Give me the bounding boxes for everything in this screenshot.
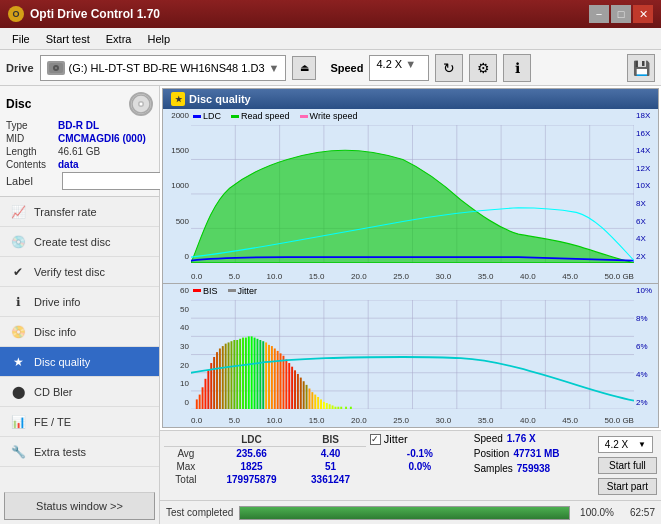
menu-help[interactable]: Help xyxy=(139,31,178,47)
speed-row-label: Speed xyxy=(474,433,503,444)
svg-rect-54 xyxy=(245,337,247,409)
read-speed-dot xyxy=(231,115,239,118)
total-bis: 3361247 xyxy=(295,473,366,486)
col-header-empty xyxy=(164,433,208,447)
nav-transfer-rate[interactable]: 📈 Transfer rate xyxy=(0,197,159,227)
drive-selector[interactable]: (G:) HL-DT-ST BD-RE WH16NS48 1.D3 ▼ xyxy=(40,55,287,81)
mid-label: MID xyxy=(6,133,58,144)
svg-rect-82 xyxy=(326,403,328,409)
nav-drive-info[interactable]: ℹ Drive info xyxy=(0,287,159,317)
top-chart-plot xyxy=(191,125,634,263)
refresh-button[interactable]: ↻ xyxy=(435,54,463,82)
bottom-chart-x-axis: 0.0 5.0 10.0 15.0 20.0 25.0 30.0 35.0 40… xyxy=(191,416,634,425)
start-full-button[interactable]: Start full xyxy=(598,457,657,474)
disc-panel: Disc Type BD-R DL MID CMCMAGDI6 (000) Le… xyxy=(0,86,159,197)
jitter-max-val: 0.0% xyxy=(370,460,470,473)
start-part-button[interactable]: Start part xyxy=(598,478,657,495)
svg-rect-85 xyxy=(334,407,336,409)
contents-value: data xyxy=(58,159,79,170)
save-button[interactable]: 💾 xyxy=(627,54,655,82)
jitter-col: ✓ Jitter -0.1% 0.0% xyxy=(370,433,470,498)
nav-create-test-disc[interactable]: 💿 Create test disc xyxy=(0,227,159,257)
nav-verify-test-disc[interactable]: ✔ Verify test disc xyxy=(0,257,159,287)
col-header-ldc: LDC xyxy=(208,433,295,447)
disc-label-label: Label xyxy=(6,175,58,187)
speed-label: Speed xyxy=(330,62,363,74)
write-speed-dot xyxy=(300,115,308,118)
maximize-button[interactable]: □ xyxy=(611,5,631,23)
menu-extra[interactable]: Extra xyxy=(98,31,140,47)
charts-wrapper: LDC Read speed Write speed 2000 xyxy=(163,109,658,427)
cd-bler-icon: ⬤ xyxy=(10,384,26,400)
svg-rect-52 xyxy=(239,339,241,409)
status-window-button[interactable]: Status window >> xyxy=(4,492,155,520)
bottom-chart: BIS Jitter 60 50 40 30 20 xyxy=(163,284,658,427)
total-label: Total xyxy=(164,473,208,486)
nav-transfer-rate-label: Transfer rate xyxy=(34,206,97,218)
disc-info-icon: 📀 xyxy=(10,324,26,340)
stats-table-container: LDC BIS Avg 235.66 4.40 Max 1825 xyxy=(164,433,366,498)
nav-disc-quality[interactable]: ★ Disc quality xyxy=(0,347,159,377)
svg-rect-63 xyxy=(271,346,273,409)
svg-rect-79 xyxy=(317,397,319,409)
svg-rect-71 xyxy=(294,370,296,409)
chart-header-icon: ★ xyxy=(171,92,185,106)
svg-rect-65 xyxy=(277,351,279,409)
stats-row-max: Max 1825 51 xyxy=(164,460,366,473)
nav-disc-info[interactable]: 📀 Disc info xyxy=(0,317,159,347)
menu-start-test[interactable]: Start test xyxy=(38,31,98,47)
disc-icon xyxy=(129,92,153,116)
svg-rect-44 xyxy=(216,352,218,409)
svg-rect-87 xyxy=(340,407,342,409)
write-speed-label: Write speed xyxy=(310,111,358,121)
col-header-bis: BIS xyxy=(295,433,366,447)
speed-row-value: 1.76 X xyxy=(507,433,536,444)
nav-extra-tests[interactable]: 🔧 Extra tests xyxy=(0,437,159,467)
progress-percent: 100.0% xyxy=(576,507,614,518)
speed-selector[interactable]: 4.2 X ▼ xyxy=(369,55,429,81)
menu-file[interactable]: File xyxy=(4,31,38,47)
speed-dropdown-icon: ▼ xyxy=(405,58,416,70)
svg-rect-75 xyxy=(306,385,308,409)
svg-rect-74 xyxy=(303,381,305,409)
top-chart: LDC Read speed Write speed 2000 xyxy=(163,109,658,284)
nav-drive-info-label: Drive info xyxy=(34,296,80,308)
eject-button[interactable]: ⏏ xyxy=(292,56,316,80)
minimize-button[interactable]: − xyxy=(589,5,609,23)
position-row: Position 47731 MB xyxy=(474,448,594,459)
type-value: BD-R DL xyxy=(58,120,99,131)
position-value: 47731 MB xyxy=(513,448,559,459)
nav-fe-te[interactable]: 📊 FE / TE xyxy=(0,407,159,437)
jitter-legend-label: Jitter xyxy=(238,286,258,296)
legend-jitter: Jitter xyxy=(228,286,258,296)
jitter-table: -0.1% 0.0% xyxy=(370,447,470,475)
drive-dropdown-icon: ▼ xyxy=(269,62,280,74)
settings-button[interactable]: ⚙ xyxy=(469,54,497,82)
drive-info-icon: ℹ xyxy=(10,294,26,310)
max-bis: 51 xyxy=(295,460,366,473)
progress-bar-fill xyxy=(240,507,569,519)
jitter-total-val xyxy=(370,473,470,475)
length-label: Length xyxy=(6,146,58,157)
menu-bar: File Start test Extra Help xyxy=(0,28,661,50)
jitter-checkbox[interactable]: ✓ xyxy=(370,434,381,445)
nav-create-test-disc-label: Create test disc xyxy=(34,236,110,248)
close-button[interactable]: ✕ xyxy=(633,5,653,23)
max-ldc: 1825 xyxy=(208,460,295,473)
nav-cd-bler[interactable]: ⬤ CD Bler xyxy=(0,377,159,407)
nav-verify-test-disc-label: Verify test disc xyxy=(34,266,105,278)
samples-row: Samples 759938 xyxy=(474,463,594,474)
chart-speed-selector[interactable]: 4.2 X ▼ xyxy=(598,436,653,453)
app-icon: O xyxy=(8,6,24,22)
avg-label: Avg xyxy=(164,447,208,461)
svg-rect-83 xyxy=(329,404,331,409)
info-button[interactable]: ℹ xyxy=(503,54,531,82)
legend-bis: BIS xyxy=(193,286,218,296)
ldc-dot xyxy=(193,115,201,118)
nav-cd-bler-label: CD Bler xyxy=(34,386,73,398)
app-title: Opti Drive Control 1.70 xyxy=(30,7,160,21)
position-label: Position xyxy=(474,448,510,459)
stats-area: LDC BIS Avg 235.66 4.40 Max 1825 xyxy=(160,430,661,500)
svg-point-2 xyxy=(55,67,57,69)
svg-rect-72 xyxy=(297,374,299,409)
